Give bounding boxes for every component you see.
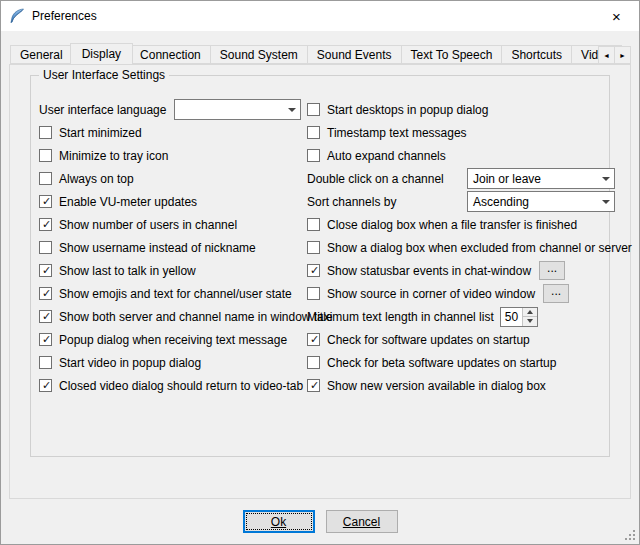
- close-icon: ×: [612, 8, 621, 25]
- tab-shortcuts[interactable]: Shortcuts: [501, 45, 572, 64]
- checkbox-label: Start desktops in popup dialog: [327, 103, 488, 117]
- checkbox-label: Show source in corner of video window: [327, 287, 535, 301]
- checkbox-show-a-dialog-box-when-excluded-from-channel-or-server[interactable]: [307, 241, 320, 254]
- footer: Ok Cancel: [1, 510, 639, 533]
- checkbox-show-last-to-talk-in-yellow[interactable]: ✓: [39, 264, 52, 277]
- checkbox-show-username-instead-of-nickname[interactable]: [39, 241, 52, 254]
- checkbox-label: Start video in popup dialog: [59, 356, 201, 370]
- checkbox-label: Check for beta software updates on start…: [327, 356, 556, 370]
- checkbox-label: Close dialog box when a file transfer is…: [327, 218, 577, 232]
- checkbox-enable-vu-meter-updates[interactable]: ✓: [39, 195, 52, 208]
- checkbox-timestamp-text-messages[interactable]: [307, 126, 320, 139]
- app-feather-icon: [9, 8, 25, 24]
- chevron-down-icon: [527, 319, 533, 323]
- checkbox-minimize-to-tray-icon[interactable]: [39, 149, 52, 162]
- maximum-text-length-in-channel-list-spinner[interactable]: 50: [500, 307, 538, 327]
- checkmark-icon: ✓: [40, 194, 53, 209]
- column-right: Start desktops in popup dialogTimestamp …: [307, 98, 615, 397]
- chevron-down-icon: [597, 200, 614, 204]
- tab-connection[interactable]: Connection: [130, 45, 211, 64]
- checkbox-start-minimized[interactable]: [39, 126, 52, 139]
- checkbox-label: Show statusbar events in chat-window: [327, 264, 531, 278]
- show-source-in-corner-of-video-window-browse-button[interactable]: ...: [543, 284, 569, 303]
- tab-general[interactable]: General: [10, 45, 73, 64]
- checkmark-icon: ✓: [308, 332, 321, 347]
- chevron-down-icon: [283, 108, 300, 112]
- row-show-emojis-and-text-for-channel-user-state: ✓Show emojis and text for channel/user s…: [39, 282, 301, 305]
- checkbox-label: Popup dialog when receiving text message: [59, 333, 287, 347]
- ok-button[interactable]: Ok: [243, 510, 315, 533]
- field-label: Double click on a channel: [307, 172, 444, 186]
- tab-display[interactable]: Display: [70, 43, 133, 65]
- column-left: User interface languageStart minimizedMi…: [39, 98, 301, 397]
- row-closed-video-dialog-should-return-to-video-tab: ✓Closed video dialog should return to vi…: [39, 374, 301, 397]
- row-show-number-of-users-in-channel: ✓Show number of users in channel: [39, 213, 301, 236]
- row-check-for-beta-software-updates-on-startup: Check for beta software updates on start…: [307, 351, 615, 374]
- row-double-click-on-a-channel: Double click on a channelJoin or leave: [307, 167, 615, 190]
- combobox-sort-channels-by[interactable]: Ascending: [467, 191, 615, 212]
- row-start-video-in-popup-dialog: Start video in popup dialog: [39, 351, 301, 374]
- checkbox-label: Show both server and channel name in win…: [59, 310, 333, 324]
- checkbox-start-desktops-in-popup-dialog[interactable]: [307, 103, 320, 116]
- checkbox-closed-video-dialog-should-return-to-video-tab[interactable]: ✓: [39, 379, 52, 392]
- checkmark-icon: ✓: [40, 378, 53, 393]
- checkbox-label: Closed video dialog should return to vid…: [59, 379, 303, 393]
- checkbox-show-source-in-corner-of-video-window[interactable]: [307, 287, 320, 300]
- close-button[interactable]: ×: [594, 1, 639, 31]
- ok-label: Ok: [271, 515, 286, 529]
- row-show-new-version-available-in-dialog-box: ✓Show new version available in dialog bo…: [307, 374, 615, 397]
- row-show-a-dialog-box-when-excluded-from-channel-or-server: Show a dialog box when excluded from cha…: [307, 236, 615, 259]
- tab-scroll-left-button[interactable]: ◄: [598, 46, 615, 64]
- dialog-body: User Interface Settings User interface l…: [1, 31, 639, 544]
- tab-sound-events[interactable]: Sound Events: [307, 45, 402, 64]
- show-statusbar-events-in-chat-window-browse-button[interactable]: ...: [539, 261, 565, 280]
- checkbox-check-for-software-updates-on-startup[interactable]: ✓: [307, 333, 320, 346]
- row-start-desktops-in-popup-dialog: Start desktops in popup dialog: [307, 98, 615, 121]
- row-show-username-instead-of-nickname: Show username instead of nickname: [39, 236, 301, 259]
- checkbox-show-statusbar-events-in-chat-window[interactable]: ✓: [307, 264, 320, 277]
- row-user-interface-language: User interface language: [39, 98, 301, 121]
- checkbox-label: Minimize to tray icon: [59, 149, 168, 163]
- cancel-label: Cancel: [343, 515, 380, 529]
- cancel-button[interactable]: Cancel: [326, 510, 398, 533]
- checkbox-start-video-in-popup-dialog[interactable]: [39, 356, 52, 369]
- tab-text-to-speech[interactable]: Text To Speech: [401, 45, 503, 64]
- checkmark-icon: ✓: [40, 332, 53, 347]
- row-show-statusbar-events-in-chat-window: ✓Show statusbar events in chat-window...: [307, 259, 615, 282]
- combobox-double-click-on-a-channel[interactable]: Join or leave: [467, 168, 615, 189]
- checkbox-show-new-version-available-in-dialog-box[interactable]: ✓: [307, 379, 320, 392]
- checkbox-label: Timestamp text messages: [327, 126, 467, 140]
- checkmark-icon: ✓: [308, 263, 321, 278]
- checkbox-label: Show new version available in dialog box: [327, 379, 546, 393]
- preferences-window: Preferences × User Interface Settings Us…: [0, 0, 640, 545]
- window-title: Preferences: [32, 9, 97, 23]
- field-label: Sort channels by: [307, 195, 396, 209]
- checkbox-check-for-beta-software-updates-on-startup[interactable]: [307, 356, 320, 369]
- groupbox-title: User Interface Settings: [39, 68, 169, 82]
- checkbox-always-on-top[interactable]: [39, 172, 52, 185]
- combobox-value: Join or leave: [468, 172, 597, 186]
- checkbox-show-number-of-users-in-channel[interactable]: ✓: [39, 218, 52, 231]
- spin-down-button[interactable]: [523, 316, 537, 326]
- checkbox-popup-dialog-when-receiving-text-message[interactable]: ✓: [39, 333, 52, 346]
- row-show-source-in-corner-of-video-window: Show source in corner of video window...: [307, 282, 615, 305]
- resize-grip[interactable]: [623, 528, 636, 541]
- checkbox-show-emojis-and-text-for-channel-user-state[interactable]: ✓: [39, 287, 52, 300]
- checkbox-show-both-server-and-channel-name-in-window-title[interactable]: ✓: [39, 310, 52, 323]
- row-always-on-top: Always on top: [39, 167, 301, 190]
- combobox-user-interface-language[interactable]: [174, 99, 301, 120]
- checkmark-icon: ✓: [308, 378, 321, 393]
- tab-scroll-right-button[interactable]: ►: [614, 46, 631, 64]
- checkbox-label: Enable VU-meter updates: [59, 195, 197, 209]
- checkbox-auto-expand-channels[interactable]: [307, 149, 320, 162]
- tab-sound-system[interactable]: Sound System: [210, 45, 308, 64]
- checkmark-icon: ✓: [40, 286, 53, 301]
- spin-up-button[interactable]: [523, 308, 537, 317]
- checkbox-label: Auto expand channels: [327, 149, 446, 163]
- row-minimize-to-tray-icon: Minimize to tray icon: [39, 144, 301, 167]
- arrow-left-icon: ◄: [603, 52, 610, 59]
- field-label: User interface language: [39, 103, 166, 117]
- checkbox-label: Show number of users in channel: [59, 218, 237, 232]
- checkbox-close-dialog-box-when-a-file-transfer-is-finished[interactable]: [307, 218, 320, 231]
- checkbox-label: Show emojis and text for channel/user st…: [59, 287, 292, 301]
